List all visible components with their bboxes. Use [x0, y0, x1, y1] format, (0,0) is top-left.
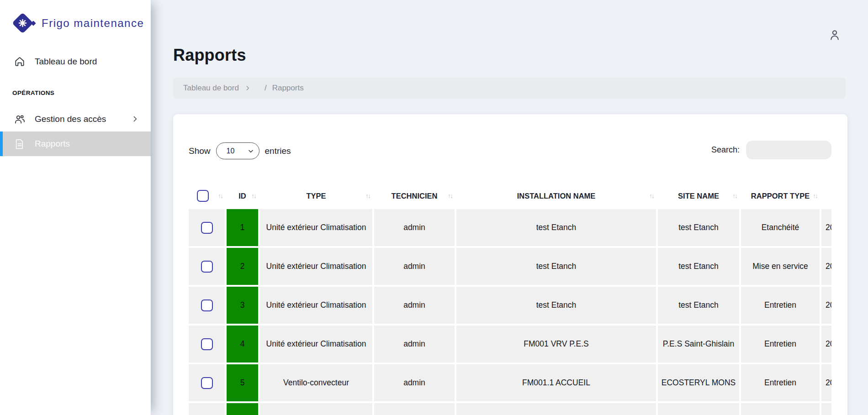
- header-label: ID: [238, 192, 246, 200]
- select-all-checkbox[interactable]: [197, 190, 209, 202]
- sort-icon[interactable]: ↑↓: [251, 192, 256, 200]
- installation-name-cell: test Etanch: [456, 248, 656, 285]
- row-select-cell: [189, 248, 225, 285]
- date-cell: 20: [821, 364, 831, 401]
- type-cell: [260, 403, 372, 415]
- sort-icon[interactable]: ↑↓: [649, 192, 654, 200]
- rapport-type-cell: Mise en service: [741, 248, 820, 285]
- breadcrumb-root-link[interactable]: Tableau de bord: [183, 84, 239, 93]
- entries-label: entries: [265, 146, 291, 156]
- page-size-select[interactable]: 10: [216, 142, 259, 159]
- home-icon: [14, 56, 26, 68]
- brand-logo-icon: [11, 12, 34, 35]
- breadcrumb: Tableau de bord / Rapports: [173, 78, 846, 99]
- table-row[interactable]: 2 Unité extérieur Climatisation admin te…: [189, 248, 831, 285]
- row-checkbox[interactable]: [201, 299, 213, 311]
- sort-icon[interactable]: ↑↓: [365, 192, 370, 200]
- users-icon: [14, 113, 26, 126]
- person-icon: [828, 28, 842, 42]
- date-cell: 20: [821, 287, 831, 324]
- page-size-control: Show 10 entries: [189, 142, 291, 159]
- row-select-cell: [189, 209, 225, 246]
- rapport-type-cell: Entretien: [741, 287, 820, 324]
- search-input[interactable]: [746, 141, 831, 159]
- site-name-cell: test Etanch: [658, 248, 739, 285]
- site-name-cell: test Etanch: [658, 209, 739, 246]
- date-cell: 20: [821, 248, 831, 285]
- brand-name: Frigo maintenance: [42, 17, 144, 30]
- type-cell: Unité extérieur Climatisation: [260, 287, 372, 324]
- breadcrumb-chevron-icon: [244, 85, 251, 91]
- id-cell: 5: [227, 364, 258, 401]
- row-checkbox[interactable]: [201, 222, 213, 234]
- logo-snowflake-icon: [18, 19, 27, 27]
- id-cell: [227, 403, 258, 415]
- table-scroll-area[interactable]: ↑↓ ID ↑↓ TYPE ↑↓ TECHNICIEN ↑↓: [189, 183, 831, 415]
- search-label: Search:: [711, 145, 740, 155]
- rapport-type-cell: [741, 403, 820, 415]
- breadcrumb-separator: /: [265, 84, 267, 93]
- table-row[interactable]: 5 Ventilo-convecteur admin FM001.1 ACCUE…: [189, 364, 831, 401]
- show-label: Show: [189, 146, 211, 156]
- header-select-all[interactable]: ↑↓: [189, 183, 225, 209]
- site-name-cell: test Etanch: [658, 287, 739, 324]
- sidebar-item-access-management[interactable]: Gestion des accès: [0, 107, 151, 131]
- user-account-button[interactable]: [826, 26, 843, 44]
- header-label: INSTALLATION NAME: [517, 192, 596, 200]
- technicien-cell: admin: [374, 209, 455, 246]
- row-checkbox[interactable]: [201, 261, 213, 273]
- header-label: RAPPORT TYPE: [751, 192, 810, 200]
- table-row[interactable]: [189, 403, 831, 415]
- technicien-cell: [374, 403, 455, 415]
- header-installation-name[interactable]: INSTALLATION NAME ↑↓: [456, 183, 656, 209]
- type-cell: Unité extérieur Climatisation: [260, 209, 372, 246]
- brand-logo[interactable]: Frigo maintenance: [11, 12, 144, 35]
- id-cell: 1: [227, 209, 258, 246]
- header-site-name[interactable]: SITE NAME ↑↓: [658, 183, 739, 209]
- table-row[interactable]: 3 Unité extérieur Climatisation admin te…: [189, 287, 831, 324]
- row-checkbox[interactable]: [201, 338, 213, 350]
- table-controls: Show 10 entries Search:: [189, 141, 831, 161]
- header-rapport-type[interactable]: RAPPORT TYPE ↑↓: [741, 183, 820, 209]
- header-date[interactable]: [821, 183, 831, 209]
- sidebar-item-dashboard[interactable]: Tableau de bord: [0, 49, 151, 74]
- rapport-type-cell: Entretien: [741, 364, 820, 401]
- sort-icon[interactable]: ↑↓: [218, 192, 222, 200]
- reports-table-card: Show 10 entries Search: ↑↓: [173, 114, 847, 415]
- rapport-type-cell: Entretien: [741, 326, 820, 362]
- type-cell: Unité extérieur Climatisation: [260, 326, 372, 362]
- header-label: TECHNICIEN: [392, 192, 438, 200]
- sort-icon[interactable]: ↑↓: [813, 192, 817, 200]
- header-type[interactable]: TYPE ↑↓: [260, 183, 372, 209]
- header-label: SITE NAME: [678, 192, 719, 200]
- date-cell: 20: [821, 326, 831, 362]
- id-cell: 3: [227, 287, 258, 324]
- sidebar-item-label: Tableau de bord: [35, 57, 97, 67]
- type-cell: Ventilo-convecteur: [260, 364, 372, 401]
- table-row[interactable]: 1 Unité extérieur Climatisation admin te…: [189, 209, 831, 246]
- header-id[interactable]: ID ↑↓: [227, 183, 258, 209]
- table-row[interactable]: 4 Unité extérieur Climatisation admin FM…: [189, 326, 831, 362]
- main-content: Rapports Tableau de bord / Rapports Show…: [151, 0, 868, 415]
- header-label: TYPE: [306, 192, 326, 200]
- header-technicien[interactable]: TECHNICIEN ↑↓: [374, 183, 455, 209]
- site-name-cell: [658, 403, 739, 415]
- sidebar-item-label: Rapports: [35, 139, 70, 149]
- sort-icon[interactable]: ↑↓: [448, 192, 452, 200]
- sidebar-section-operations: OPÉRATIONS: [12, 89, 54, 96]
- document-icon: [14, 138, 26, 150]
- installation-name-cell: FM001.1 ACCUEIL: [456, 364, 656, 401]
- sidebar-item-reports[interactable]: Rapports: [0, 131, 151, 156]
- row-checkbox[interactable]: [201, 377, 213, 389]
- sort-icon[interactable]: ↑↓: [732, 192, 737, 200]
- table-header-row: ↑↓ ID ↑↓ TYPE ↑↓ TECHNICIEN ↑↓: [189, 183, 831, 209]
- installation-name-cell: test Etanch: [456, 287, 656, 324]
- installation-name-cell: [456, 403, 656, 415]
- search-control: Search:: [711, 141, 831, 159]
- page-size-select-wrap: 10: [216, 142, 259, 159]
- breadcrumb-current: Rapports: [272, 84, 304, 93]
- date-cell: [821, 403, 831, 415]
- installation-name-cell: test Etanch: [456, 209, 656, 246]
- type-cell: Unité extérieur Climatisation: [260, 248, 372, 285]
- row-select-cell: [189, 364, 225, 401]
